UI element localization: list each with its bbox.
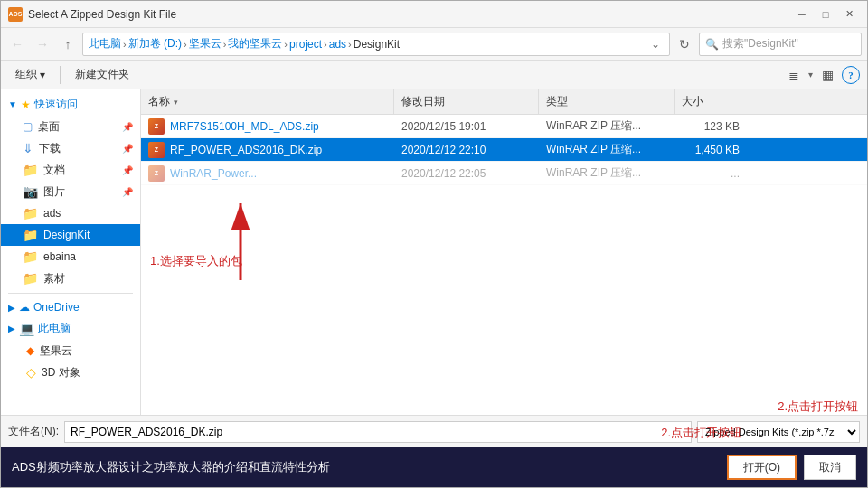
filelist: 名称 ▾ 修改日期 类型 大小 Z — [141, 89, 867, 415]
col-header-date[interactable]: 修改日期 — [394, 89, 539, 114]
breadcrumb-nuts[interactable]: 坚果云 — [189, 36, 222, 52]
nav-up-button[interactable]: ↑ — [57, 33, 79, 55]
pin-icon-4: 📌 — [122, 187, 133, 197]
view-toggle-button[interactable]: ≣ — [783, 64, 805, 86]
col-header-name[interactable]: 名称 ▾ — [141, 89, 394, 114]
sidebar-item-downloads[interactable]: ⇓ 下载 📌 — [1, 137, 140, 159]
close-button[interactable]: ✕ — [838, 5, 860, 23]
filename-input[interactable] — [64, 421, 692, 443]
filename-label: 文件名(N): — [8, 424, 59, 439]
materials-folder-icon: 📁 — [23, 271, 38, 286]
annotation-label-2: 2.点击打开按钮 — [778, 399, 858, 415]
toolbar-separator — [60, 66, 61, 84]
action-bar-wrapper: ADS射频功率放大器设计之功率放大器的介绍和直流特性分析 打开(O) 取消 — [1, 447, 867, 487]
file-name-cell: Z RF_POWER_ADS2016_DK.zip — [141, 142, 394, 158]
new-folder-button[interactable]: 新建文件夹 — [68, 64, 137, 86]
file-name-text: WinRAR_Power... — [170, 167, 257, 180]
minimize-button[interactable]: ─ — [791, 5, 813, 23]
zip-file-icon: Z — [148, 118, 165, 135]
file-type-cell: WinRAR ZIP 压缩... — [539, 142, 675, 157]
breadcrumb[interactable]: 此电脑 › 新加卷 (D:) › 坚果云 › 我的坚果云 › project ›… — [82, 33, 670, 56]
organize-button[interactable]: 组织 ▾ — [8, 64, 52, 86]
sidebar-item-materials[interactable]: 📁 素材 — [1, 267, 140, 289]
sidebar-group-onedrive[interactable]: ▶ ☁ OneDrive — [1, 297, 140, 317]
pc-icon: 💻 — [19, 322, 34, 336]
sort-arrow-icon: ▾ — [174, 98, 178, 107]
breadcrumb-ads[interactable]: ads — [329, 38, 346, 51]
help-button[interactable]: ? — [842, 66, 860, 84]
sidebar-item-desktop[interactable]: ▢ 桌面 📌 — [1, 116, 140, 137]
pin-icon: 📌 — [122, 122, 133, 132]
breadcrumb-dropdown-icon[interactable]: ⌄ — [651, 38, 664, 51]
search-placeholder: 搜索"DesignKit" — [722, 36, 798, 52]
quick-access-star-icon: ★ — [21, 99, 31, 111]
file-name-cell: Z WinRAR_Power... — [141, 165, 394, 182]
breadcrumb-current: DesignKit — [354, 38, 400, 51]
toolbar: 组织 ▾ 新建文件夹 ≣ ▾ ▦ ? — [1, 61, 867, 89]
sidebar-group-pc[interactable]: ▶ 💻 此电脑 — [1, 317, 140, 340]
file-size-cell: 123 KB — [675, 120, 747, 133]
view-arrow-icon: ▾ — [808, 70, 813, 80]
pin-icon-2: 📌 — [122, 144, 133, 154]
toolbar-right: ≣ ▾ ▦ ? — [783, 64, 860, 86]
table-row[interactable]: Z MRF7S15100H_MDL_ADS.zip 2020/12/15 19:… — [141, 115, 867, 138]
sidebar-item-ads[interactable]: 📁 ads — [1, 202, 140, 224]
breadcrumb-drive[interactable]: 新加卷 (D:) — [128, 36, 182, 52]
refresh-button[interactable]: ↻ — [674, 33, 695, 55]
sidebar-item-designkit[interactable]: 📁 DesignKit — [1, 224, 140, 246]
main-area: ▼ ★ 快速访问 ▢ 桌面 📌 ⇓ 下载 📌 📁 文档 📌 📷 图片 — [1, 89, 867, 415]
filetype-select[interactable]: Zipped Design Kits (*.zip *.7z — [697, 421, 860, 443]
sidebar-item-nutscloud[interactable]: ◆ 坚果云 — [1, 340, 140, 361]
sidebar: ▼ ★ 快速访问 ▢ 桌面 📌 ⇓ 下载 📌 📁 文档 📌 📷 图片 — [1, 89, 141, 415]
titlebar: ADS Select A Zipped Design Kit File ─ □ … — [1, 1, 867, 28]
action-bar: ADS射频功率放大器设计之功率放大器的介绍和直流特性分析 打开(O) 取消 — [1, 447, 867, 487]
arrow-annotation-svg — [168, 185, 313, 285]
zip-file-icon-3: Z — [148, 165, 165, 182]
file-name-cell: Z MRF7S15100H_MDL_ADS.zip — [141, 118, 394, 135]
chevron-down-icon: ▼ — [8, 99, 17, 109]
zip-file-icon-2: Z — [148, 142, 165, 158]
nutscloud-icon: ◆ — [26, 344, 34, 357]
table-row[interactable]: Z WinRAR_Power... 2020/12/12 22:05 WinRA… — [141, 162, 867, 185]
preview-button[interactable]: ▦ — [816, 64, 838, 86]
pictures-folder-icon: 📷 — [23, 184, 38, 199]
sidebar-item-3dobjects[interactable]: ◇ 3D 对象 — [1, 361, 140, 383]
breadcrumb-mycloud[interactable]: 我的坚果云 — [228, 36, 282, 52]
filelist-body: Z MRF7S15100H_MDL_ADS.zip 2020/12/15 19:… — [141, 115, 867, 415]
col-header-size[interactable]: 大小 — [675, 89, 747, 114]
sidebar-item-ebaina[interactable]: 📁 ebaina — [1, 246, 140, 267]
table-row[interactable]: Z RF_POWER_ADS2016_DK.zip 2020/12/12 22:… — [141, 138, 867, 162]
breadcrumb-project[interactable]: project — [289, 38, 322, 51]
sidebar-divider-1 — [8, 293, 133, 294]
chevron-right-icon-2: ▶ — [8, 324, 15, 333]
file-name-text: MRF7S15100H_MDL_ADS.zip — [170, 120, 319, 133]
download-folder-icon: ⇓ — [23, 141, 33, 155]
filelist-header: 名称 ▾ 修改日期 类型 大小 — [141, 89, 867, 115]
dialog-window: ADS Select A Zipped Design Kit File ─ □ … — [0, 0, 868, 488]
file-size-cell: ... — [675, 167, 747, 180]
file-date-cell: 2020/12/12 22:10 — [394, 144, 539, 156]
search-icon: 🔍 — [705, 38, 719, 51]
titlebar-icon: ADS — [8, 7, 23, 22]
file-name-text: RF_POWER_ADS2016_DK.zip — [170, 144, 322, 156]
addressbar: ← → ↑ 此电脑 › 新加卷 (D:) › 坚果云 › 我的坚果云 › pro… — [1, 28, 867, 61]
ads-folder-icon: 📁 — [23, 206, 38, 221]
documents-folder-icon: 📁 — [23, 163, 38, 177]
breadcrumb-pc[interactable]: 此电脑 — [89, 36, 121, 52]
nav-forward-button[interactable]: → — [32, 33, 53, 55]
sidebar-item-pictures[interactable]: 📷 图片 📌 — [1, 181, 140, 202]
cancel-button[interactable]: 取消 — [804, 455, 856, 480]
open-button[interactable]: 打开(O) — [727, 455, 797, 480]
sidebar-item-documents[interactable]: 📁 文档 📌 — [1, 159, 140, 181]
desktop-icon: ▢ — [23, 120, 33, 133]
file-date-cell: 2020/12/15 19:01 — [394, 120, 539, 133]
col-header-type[interactable]: 类型 — [539, 89, 675, 114]
sidebar-group-quick-access[interactable]: ▼ ★ 快速访问 — [1, 93, 140, 116]
designkit-folder-icon: 📁 — [23, 228, 38, 242]
maximize-button[interactable]: □ — [815, 5, 836, 23]
onedrive-icon: ☁ — [19, 301, 30, 314]
titlebar-controls: ─ □ ✕ — [791, 5, 860, 23]
nav-back-button[interactable]: ← — [6, 33, 28, 55]
bottom-bar: 文件名(N): Zipped Design Kits (*.zip *.7z — [1, 415, 867, 447]
search-bar[interactable]: 🔍 搜索"DesignKit" — [699, 33, 862, 56]
